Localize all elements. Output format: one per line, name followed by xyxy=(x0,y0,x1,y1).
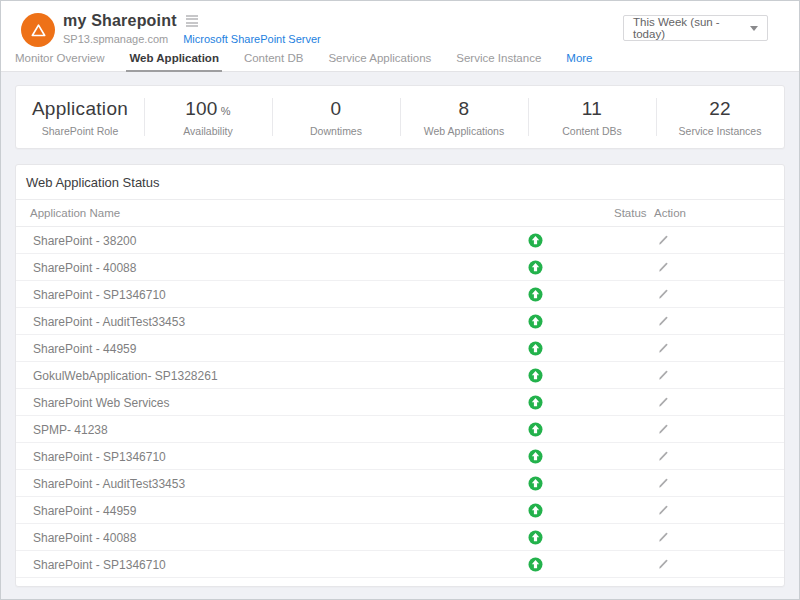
stat-unit: % xyxy=(221,105,231,117)
summary-stat: 11 Content DBs xyxy=(528,86,656,148)
status-up-icon xyxy=(528,449,543,464)
page-header: my Sharepoint SP13.spmanage.com Microsof… xyxy=(1,1,799,47)
table-body: SharePoint - 38200 SharePoint - 40088 xyxy=(16,227,784,578)
edit-pencil-icon[interactable] xyxy=(656,368,670,382)
chevron-down-icon xyxy=(750,26,758,31)
edit-pencil-icon[interactable] xyxy=(656,503,670,517)
warning-triangle-icon xyxy=(29,21,48,40)
tab-monitor-overview[interactable]: Monitor Overview xyxy=(12,52,107,71)
table-row: GokulWebApplication- SP1328261 xyxy=(16,362,784,389)
table-row: SharePoint Web Services xyxy=(16,389,784,416)
stat-value: 0 xyxy=(331,98,342,119)
menu-hamburger-icon[interactable] xyxy=(186,13,198,29)
tab-service-instance[interactable]: Service Instance xyxy=(453,52,544,71)
application-name: SharePoint - AuditTest33453 xyxy=(33,477,185,491)
tab-content-db[interactable]: Content DB xyxy=(241,52,306,71)
stat-label: Web Applications xyxy=(424,125,504,137)
table-row: SharePoint - 40088 xyxy=(16,524,784,551)
application-name: SharePoint - AuditTest33453 xyxy=(33,315,185,329)
stat-label: Service Instances xyxy=(679,125,762,137)
stat-value: Application xyxy=(32,98,128,119)
status-up-icon xyxy=(528,314,543,329)
tab-web-application[interactable]: Web Application xyxy=(126,52,221,71)
table-row: SharePoint - SP1346710 xyxy=(16,551,784,578)
edit-pencil-icon[interactable] xyxy=(656,314,670,328)
column-header-application-name: Application Name xyxy=(30,207,120,219)
stat-label: SharePoint Role xyxy=(42,125,118,137)
summary-stat: 22 Service Instances xyxy=(656,86,784,148)
stat-label: Availability xyxy=(183,125,232,137)
status-up-icon xyxy=(528,341,543,356)
web-application-status-card: Web Application Status Application Name … xyxy=(15,164,785,587)
content-area: Application SharePoint Role 100% Availab… xyxy=(1,72,799,599)
status-up-icon xyxy=(528,368,543,383)
server-type-link[interactable]: Microsoft SharePoint Server xyxy=(183,33,321,45)
stat-value: 11 xyxy=(582,98,602,119)
table-row: SharePoint - SP1346710 xyxy=(16,443,784,470)
status-up-icon xyxy=(528,260,543,275)
application-name: SharePoint - SP1346710 xyxy=(33,450,166,464)
table-row: SharePoint - 44959 xyxy=(16,497,784,524)
stat-value: 22 xyxy=(709,98,731,119)
stat-label: Downtimes xyxy=(310,125,362,137)
table-row: SPMP- 41238 xyxy=(16,416,784,443)
summary-stat: 0 Downtimes xyxy=(272,86,400,148)
application-name: GokulWebApplication- SP1328261 xyxy=(33,369,218,383)
page-title: my Sharepoint xyxy=(63,12,177,30)
status-up-icon xyxy=(528,395,543,410)
table-row: SharePoint - 38200 xyxy=(16,227,784,254)
time-period-dropdown[interactable]: This Week (sun - today) xyxy=(623,15,768,41)
stat-value: 8 xyxy=(459,98,470,119)
status-up-icon xyxy=(528,422,543,437)
application-name: SharePoint - 44959 xyxy=(33,342,136,356)
status-up-icon xyxy=(528,503,543,518)
column-header-action: Action xyxy=(654,207,686,219)
table-row: SharePoint - 40088 xyxy=(16,254,784,281)
table-title: Web Application Status xyxy=(16,165,784,200)
tab-more[interactable]: More xyxy=(563,52,595,71)
table-row: SharePoint - 44959 xyxy=(16,335,784,362)
summary-stat: Application SharePoint Role xyxy=(16,86,144,148)
table-row: SharePoint - AuditTest33453 xyxy=(16,308,784,335)
application-name: SharePoint - 40088 xyxy=(33,261,136,275)
application-name: SharePoint - SP1346710 xyxy=(33,288,166,302)
stat-value: 100 xyxy=(185,98,218,119)
table-row: SharePoint - AuditTest33453 xyxy=(16,470,784,497)
application-name: SharePoint - 40088 xyxy=(33,531,136,545)
edit-pencil-icon[interactable] xyxy=(656,557,670,571)
tab-service-applications[interactable]: Service Applications xyxy=(325,52,434,71)
edit-pencil-icon[interactable] xyxy=(656,341,670,355)
application-name: SharePoint - 44959 xyxy=(33,504,136,518)
edit-pencil-icon[interactable] xyxy=(656,233,670,247)
status-up-icon xyxy=(528,530,543,545)
status-up-icon xyxy=(528,557,543,572)
edit-pencil-icon[interactable] xyxy=(656,449,670,463)
edit-pencil-icon[interactable] xyxy=(656,422,670,436)
summary-stat: 100% Availability xyxy=(144,86,272,148)
application-name: SharePoint - SP1346710 xyxy=(33,558,166,572)
application-name: SharePoint Web Services xyxy=(33,396,170,410)
monitor-logo xyxy=(21,13,55,47)
table-header-row: Application Name Status Action xyxy=(16,200,784,227)
stat-label: Content DBs xyxy=(562,125,622,137)
time-period-value: This Week (sun - today) xyxy=(633,16,750,40)
monitor-hostname: SP13.spmanage.com xyxy=(63,33,168,45)
status-up-icon xyxy=(528,287,543,302)
title-block: my Sharepoint SP13.spmanage.com Microsof… xyxy=(63,12,321,45)
status-up-icon xyxy=(528,233,543,248)
column-header-status: Status xyxy=(614,207,647,219)
edit-pencil-icon[interactable] xyxy=(656,287,670,301)
summary-stats-card: Application SharePoint Role 100% Availab… xyxy=(15,85,785,149)
tab-bar: Monitor OverviewWeb ApplicationContent D… xyxy=(1,47,799,72)
edit-pencil-icon[interactable] xyxy=(656,395,670,409)
table-row: SharePoint - SP1346710 xyxy=(16,281,784,308)
application-name: SPMP- 41238 xyxy=(33,423,108,437)
edit-pencil-icon[interactable] xyxy=(656,260,670,274)
application-name: SharePoint - 38200 xyxy=(33,234,136,248)
summary-stat: 8 Web Applications xyxy=(400,86,528,148)
status-up-icon xyxy=(528,476,543,491)
edit-pencil-icon[interactable] xyxy=(656,530,670,544)
edit-pencil-icon[interactable] xyxy=(656,476,670,490)
